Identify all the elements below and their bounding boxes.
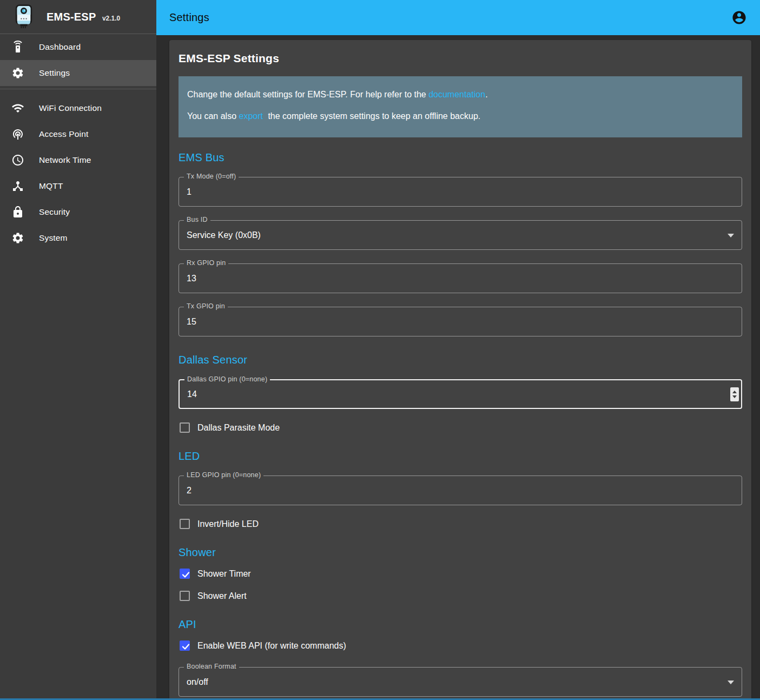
sidebar: EMS-ESP v2.1.0 Dashboard Settings WiFi C…: [0, 0, 156, 700]
sidebar-item-access-point[interactable]: Access Point: [0, 121, 156, 147]
chevron-down-icon: [728, 681, 734, 684]
checkbox-icon[interactable]: [180, 569, 190, 579]
card-heading: EMS-ESP Settings: [179, 52, 742, 65]
checkbox-label: Invert/Hide LED: [197, 519, 259, 529]
wifi-tethering-icon: [11, 128, 24, 141]
gear-icon: [11, 232, 24, 245]
sidebar-item-label: Settings: [39, 68, 70, 78]
sidebar-item-mqtt[interactable]: MQTT: [0, 173, 156, 199]
dallas-gpio-label: Dallas GPIO pin (0=none): [184, 375, 270, 383]
info-line-1: Change the default settings for EMS-ESP.…: [187, 90, 733, 100]
spinner-down-icon[interactable]: [732, 395, 737, 398]
bus-id-label: Bus ID: [184, 216, 210, 223]
invert-led-checkbox-row[interactable]: Invert/Hide LED: [180, 519, 742, 529]
sidebar-item-label: WiFi Connection: [39, 103, 102, 113]
gear-icon: [11, 67, 24, 80]
enable-web-api-checkbox-row[interactable]: Enable WEB API (for write commands): [180, 640, 742, 651]
app-name: EMS-ESP: [47, 11, 96, 23]
sidebar-item-security[interactable]: Security: [0, 199, 156, 225]
app-title: EMS-ESP v2.1.0: [47, 11, 120, 23]
sidebar-header: EMS-ESP v2.1.0: [0, 0, 156, 34]
sidebar-item-label: Security: [39, 207, 70, 217]
lock-icon: [11, 206, 24, 219]
tx-mode-field[interactable]: Tx Mode (0=off) 1: [179, 177, 742, 207]
sidebar-item-system[interactable]: System: [0, 225, 156, 251]
tx-gpio-field[interactable]: Tx GPIO pin 15: [179, 307, 742, 336]
spinner-up-icon[interactable]: [732, 391, 737, 393]
main-content: EMS-ESP Settings Change the default sett…: [156, 35, 760, 700]
dallas-gpio-field[interactable]: Dallas GPIO pin (0=none) 14: [179, 379, 742, 409]
boolean-format-label: Boolean Format: [184, 663, 239, 670]
tx-gpio-value: 15: [187, 317, 196, 327]
clock-icon: [11, 154, 24, 167]
section-title-led: LED: [179, 450, 742, 463]
sidebar-item-label: System: [39, 233, 68, 243]
rx-gpio-value: 13: [187, 274, 196, 283]
sidebar-item-label: Network Time: [39, 155, 91, 165]
sidebar-item-label: Access Point: [39, 129, 88, 139]
led-gpio-label: LED GPIO pin (0=none): [184, 471, 263, 479]
info-line-2: You can also export the complete system …: [187, 111, 733, 121]
rx-gpio-field[interactable]: Rx GPIO pin 13: [179, 263, 742, 293]
checkbox-label: Shower Timer: [197, 569, 251, 579]
sidebar-item-wifi-connection[interactable]: WiFi Connection: [0, 95, 156, 121]
shower-timer-checkbox-row[interactable]: Shower Timer: [180, 569, 742, 579]
sidebar-item-label: Dashboard: [39, 42, 81, 52]
checkbox-label: Dallas Parasite Mode: [197, 423, 280, 433]
boolean-format-select[interactable]: Boolean Format on/off: [179, 667, 742, 697]
section-title-ems-bus: EMS Bus: [179, 151, 742, 164]
dallas-parasite-checkbox-row[interactable]: Dallas Parasite Mode: [180, 422, 742, 433]
sidebar-item-network-time[interactable]: Network Time: [0, 147, 156, 173]
chevron-down-icon: [728, 234, 734, 237]
checkbox-icon[interactable]: [180, 422, 190, 433]
led-gpio-value: 2: [187, 486, 191, 496]
bus-id-select[interactable]: Bus ID Service Key (0x0B): [179, 220, 742, 250]
sidebar-item-settings[interactable]: Settings: [0, 60, 156, 86]
export-link[interactable]: export: [239, 111, 262, 121]
tx-mode-value: 1: [187, 187, 191, 197]
section-title-shower: Shower: [179, 546, 742, 559]
dallas-gpio-value: 14: [187, 389, 197, 399]
checkbox-icon[interactable]: [180, 519, 190, 529]
tx-mode-label: Tx Mode (0=off): [184, 173, 239, 180]
settings-card: EMS-ESP Settings Change the default sett…: [169, 40, 751, 700]
appbar: Settings: [156, 0, 760, 35]
app-version: v2.1.0: [102, 15, 120, 22]
device-hub-icon: [11, 180, 24, 193]
info-box: Change the default settings for EMS-ESP.…: [179, 76, 742, 137]
checkbox-label: Enable WEB API (for write commands): [197, 641, 346, 651]
wifi-icon: [11, 102, 24, 115]
section-title-dallas-sensor: Dallas Sensor: [179, 354, 742, 366]
checkbox-label: Shower Alert: [197, 591, 247, 601]
boiler-logo-icon: [12, 4, 36, 29]
account-circle-icon[interactable]: [731, 10, 747, 25]
rx-gpio-label: Rx GPIO pin: [184, 259, 228, 267]
section-title-api: API: [179, 618, 742, 631]
led-gpio-field[interactable]: LED GPIO pin (0=none) 2: [179, 476, 742, 505]
sidebar-divider: [0, 89, 156, 89]
bus-id-value: Service Key (0x0B): [187, 230, 261, 240]
checkbox-icon[interactable]: [180, 591, 190, 601]
boolean-format-value: on/off: [187, 677, 208, 687]
page-title: Settings: [169, 11, 209, 24]
tx-gpio-label: Tx GPIO pin: [184, 302, 228, 310]
checkbox-icon[interactable]: [180, 640, 190, 651]
sidebar-item-label: MQTT: [39, 181, 63, 191]
remote-icon: [11, 41, 24, 54]
documentation-link[interactable]: documentation: [428, 90, 485, 99]
shower-alert-checkbox-row[interactable]: Shower Alert: [180, 591, 742, 601]
sidebar-item-dashboard[interactable]: Dashboard: [0, 34, 156, 60]
number-spinner[interactable]: [730, 387, 739, 401]
